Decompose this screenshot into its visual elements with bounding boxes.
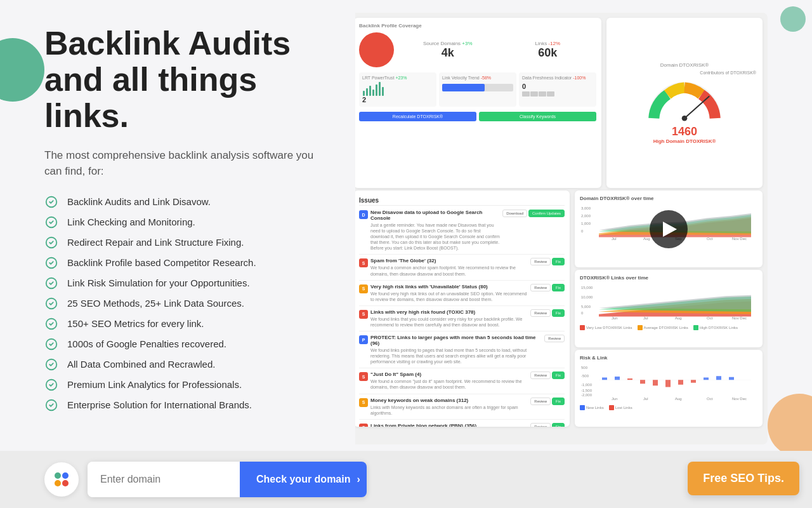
check-icon — [44, 215, 58, 229]
feature-item: Backlink Profile based Competitor Resear… — [44, 256, 330, 270]
issue-badge-s4: S — [359, 372, 368, 381]
backlink-circle — [359, 32, 394, 67]
features-list: Backlink Audits and Link Disavow.Link Ch… — [44, 195, 330, 418]
dash-bottom-row: Issues D New Disavow data to upload to G… — [355, 190, 768, 432]
svg-text:Jun: Jun — [612, 398, 618, 401]
check-icon — [44, 378, 58, 392]
feature-text: Enterprise Solution for International Br… — [67, 399, 252, 410]
recalculate-dtoxrisk-btn[interactable]: Recalculate DTOXRISK® — [359, 112, 476, 121]
svg-text:500: 500 — [581, 366, 587, 369]
feature-item: Link Checking and Monitoring. — [44, 215, 330, 229]
svg-rect-32 — [615, 377, 620, 380]
fix-btn-3[interactable]: Fix — [552, 309, 565, 317]
svg-rect-37 — [678, 380, 683, 385]
review-btn-5[interactable]: Review — [530, 371, 551, 379]
review-btn-4[interactable]: Review — [544, 335, 565, 342]
svg-text:0: 0 — [581, 312, 583, 315]
check-icon — [44, 337, 58, 351]
issue-item: S Links from Private blog network (PBN) … — [359, 423, 565, 427]
secondary-metrics: LRT PowerTrust +23% 2 — [359, 72, 596, 107]
svg-rect-34 — [640, 380, 645, 384]
dash-left-panel: Backlink Profile Coverage Source Domains… — [355, 18, 601, 188]
classify-keywords-btn[interactable]: Classify Keywords — [479, 112, 596, 121]
dtoxrisk-chart-title: Domain DTOXRISK® over time — [580, 196, 757, 201]
check-icon — [44, 297, 58, 311]
svg-text:15,000: 15,000 — [581, 286, 593, 290]
fix-btn-6[interactable]: Fix — [552, 398, 565, 405]
domain-input-wrapper: Check your domain › — [88, 462, 367, 497]
svg-text:Jun: Jun — [612, 317, 618, 320]
svg-text:2,000: 2,000 — [581, 215, 591, 218]
dash-top-row: Backlink Profile Coverage Source Domains… — [355, 13, 768, 190]
fix-btn-2[interactable]: Fix — [552, 284, 565, 291]
issue-item: S Spam from 'The Globe' (32) We found a … — [359, 258, 565, 280]
page-title: Backlink Audits and all things links. — [44, 25, 330, 135]
risk-link-title: Risk & Link — [580, 355, 757, 361]
page-wrapper: Backlink Audits and all things links. Th… — [0, 0, 812, 508]
feature-text: Link Risk Simulation for your Opportunit… — [67, 277, 250, 288]
issue-badge-s5: S — [359, 398, 368, 407]
issue-badge-d: D — [359, 210, 368, 219]
backlink-profile-label: Backlink Profile Coverage — [359, 23, 596, 29]
fix-btn-1[interactable]: Fix — [552, 258, 565, 265]
svg-text:1,000: 1,000 — [581, 222, 591, 225]
check-icon — [44, 195, 58, 209]
links-area-chart: 15,000 10,000 5,000 0 Jun Jul Aug Oct No… — [580, 283, 757, 321]
check-icon — [44, 398, 58, 412]
svg-text:Aug: Aug — [675, 317, 682, 320]
page-subtitle: The most comprehensive backlink analysis… — [44, 147, 330, 180]
feature-text: Backlink Audits and Link Disavow. — [67, 196, 211, 207]
svg-point-45 — [62, 480, 69, 486]
svg-rect-35 — [653, 380, 658, 385]
play-icon — [663, 222, 677, 237]
svg-line-0 — [684, 97, 709, 118]
right-content: Backlink Profile Coverage Source Domains… — [355, 0, 812, 508]
fix-btn-5[interactable]: Fix — [552, 371, 565, 379]
play-button[interactable] — [650, 210, 688, 248]
issue-item: S Very high risk links with 'Unavailable… — [359, 284, 565, 306]
svg-point-43 — [62, 472, 69, 479]
feature-text: 150+ SEO Metrics for every link. — [67, 318, 204, 329]
feature-item: Redirect Repair and Link Structure Fixin… — [44, 236, 330, 250]
dtoxrisk-chart: Domain DTOXRISK® over time 3,000 2,000 1… — [575, 190, 763, 267]
issues-list-panel: Issues D New Disavow data to upload to G… — [355, 190, 570, 427]
svg-text:5,000: 5,000 — [581, 305, 591, 309]
svg-text:Nov Dec: Nov Dec — [732, 237, 747, 241]
download-btn[interactable]: Download — [502, 210, 527, 217]
check-domain-button[interactable]: Check your domain › — [240, 462, 367, 497]
review-btn-2[interactable]: Review — [530, 284, 551, 291]
backlink-circle-row: Source Domains +3% 4k Links -12% 60k — [359, 32, 596, 67]
review-btn-7[interactable]: Review — [530, 423, 551, 427]
review-btn-6[interactable]: Review — [530, 398, 551, 405]
domain-text-input[interactable] — [88, 462, 240, 497]
review-btn-1[interactable]: Review — [530, 258, 551, 265]
svg-text:0: 0 — [581, 230, 583, 233]
svg-point-1 — [682, 116, 688, 121]
svg-text:Jul: Jul — [643, 398, 648, 401]
check-icon — [44, 317, 58, 331]
svg-rect-38 — [691, 380, 696, 383]
check-icon — [44, 236, 58, 250]
dash-right-panel: Domain DTOXRISK® Contributors of DTOXRIS… — [606, 18, 763, 188]
svg-text:Nov Dec: Nov Dec — [732, 317, 747, 320]
links-value: 60k — [499, 46, 597, 60]
svg-point-42 — [55, 472, 61, 479]
free-seo-tips-button[interactable]: Free SEO Tips. — [688, 462, 799, 495]
left-content: Backlink Audits and all things links. Th… — [0, 0, 355, 508]
confirm-updates-btn[interactable]: Confirm Updates — [528, 210, 565, 217]
gauge-chart — [643, 77, 726, 125]
svg-text:Aug: Aug — [675, 398, 682, 401]
issue-item: S "Just Do It" Spam (4) We found a commo… — [359, 371, 565, 394]
svg-text:Aug: Aug — [643, 237, 650, 241]
svg-rect-36 — [665, 380, 671, 387]
feature-text: Premium Link Analytics for Professionals… — [67, 379, 242, 390]
feature-item: 25 SEO Methods, 25+ Link Data Sources. — [44, 297, 330, 311]
domain-dtoxrisk-label: Domain DTOXRISK® — [660, 62, 709, 68]
issue-badge-p1: P — [359, 335, 368, 344]
risk-link-svg: 500 -500 -1,000 -1,500 -2,000 Jun Jul Au… — [580, 363, 757, 401]
review-btn-3[interactable]: Review — [530, 309, 551, 317]
issue-item: S Money keywords on weak domains (312) L… — [359, 398, 565, 420]
feature-item: Premium Link Analytics for Professionals… — [44, 378, 330, 392]
gauge-status: High Domain DTOXRISK® — [653, 138, 716, 144]
fix-btn-7[interactable]: Fix — [552, 423, 565, 427]
